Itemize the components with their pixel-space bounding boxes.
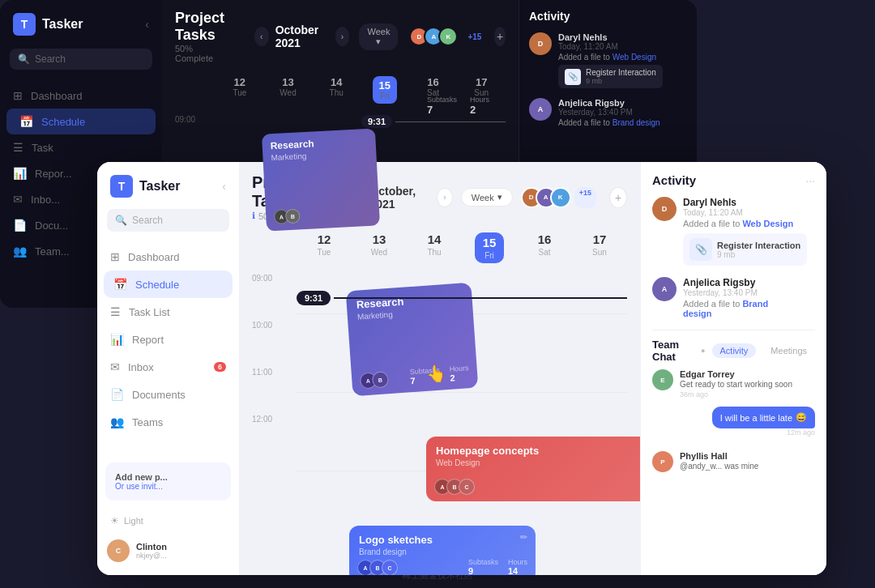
light-search-icon: 🔍 [115, 215, 127, 226]
dark-avatar-3: K [438, 27, 458, 46]
light-day-14: 14 Thu [407, 228, 462, 268]
light-invite-link[interactable]: Or use invit... [115, 482, 221, 491]
light-research-avatars: A B [360, 372, 385, 390]
light-week-selector[interactable]: Week ▾ [461, 188, 513, 207]
light-docs-label: Documents [132, 389, 186, 401]
light-dashboard-label: Dashboard [128, 251, 180, 263]
light-activity-text-1: Added a file to Web Design [683, 219, 807, 228]
dark-task-research[interactable]: Research Marketing A B [262, 128, 380, 231]
light-activity-content-2: Anjelica Rigsby Yesterday, 13:40 PM Adde… [683, 277, 768, 318]
light-add-text: Add new p... [115, 472, 221, 482]
dark-activity-text-1: Added a file to Web Design [558, 53, 663, 62]
dark-brand-icon: T [13, 13, 36, 36]
dark-schedule-label: Schedule [41, 116, 85, 128]
light-calendar: 12 Tue 13 Wed 14 Thu 15 Fri [252, 228, 627, 518]
light-search-bar[interactable]: 🔍 Search [107, 209, 229, 232]
light-task-homepage[interactable]: ✏ Homepage concepts Web Design A B C Sub… [426, 437, 640, 501]
dark-collapse-icon[interactable]: ‹ [145, 18, 149, 31]
light-day-name: Thu [410, 248, 459, 257]
light-add-member-btn[interactable]: + [609, 187, 627, 208]
light-chat-tab-meetings[interactable]: Meetings [762, 343, 815, 358]
light-search-placeholder: Search [132, 215, 163, 226]
light-homepage-avatars: A B C [434, 479, 471, 495]
light-activity-link-2[interactable]: Brand [742, 299, 768, 309]
light-day-num-today: 15 [483, 236, 497, 249]
light-sidebar-item-schedule[interactable]: 📅 Schedule [104, 271, 233, 298]
light-activity-text-2: Added a file to Branddesign [683, 299, 768, 318]
dark-docs-icon: 📄 [13, 219, 27, 232]
dark-day-num: 12 [219, 76, 261, 88]
dark-sidebar-item-schedule[interactable]: 📅 Schedule [6, 109, 156, 134]
light-activity-name-2: Anjelica Rigsby [683, 277, 768, 288]
dark-search-bar[interactable]: 🔍 Search [10, 49, 152, 70]
dark-file-info-1: Register Interaction 9 mb [586, 68, 656, 85]
light-sidebar-item-tasklist[interactable]: ☰ Task List [97, 298, 239, 326]
light-activity-link-1[interactable]: Web Design [742, 219, 793, 228]
dark-day-num: 13 [267, 76, 309, 88]
dark-file-icon-1: 📎 [565, 69, 581, 85]
light-activity-link-2b[interactable]: design [683, 309, 711, 318]
light-day-name: Sat [520, 248, 569, 257]
light-inbox-label: Inbox [128, 361, 154, 373]
dark-week-selector[interactable]: Week ▾ [359, 23, 398, 50]
dark-sidebar-item-dashboard[interactable]: ⊞ Dashboard [0, 83, 162, 109]
light-chat-tab-activity[interactable]: Activity [712, 343, 757, 358]
dark-page-subtitle: 50% Complete [175, 44, 228, 63]
light-sidebar-item-docs[interactable]: 📄 Documents [97, 381, 239, 408]
dark-activity-link-2: Brand design [612, 118, 660, 127]
light-theme-toggle[interactable]: ☀ Light [97, 509, 239, 533]
light-collapse-icon[interactable]: ‹ [222, 180, 226, 193]
dark-report-icon: 📊 [13, 167, 27, 180]
light-sidebar-item-report[interactable]: 📊 Report [97, 326, 239, 353]
light-logo-subtasks: Subtasks 9 [468, 558, 498, 575]
dark-brand: T Tasker ‹ [0, 13, 162, 49]
light-activity-time-1: Today, 11:20 AM [683, 208, 807, 217]
light-emoji: 😅 [796, 412, 807, 423]
light-activity-item-1: D Daryl Nehls Today, 11:20 AM Added a fi… [652, 197, 815, 266]
light-sidebar-item-inbox[interactable]: ✉ Inbox 6 [97, 353, 239, 381]
dark-dashboard-icon: ⊞ [13, 89, 23, 102]
light-teamchat-header: Team Chat ● Activity Meetings [652, 339, 815, 363]
light-activity-menu-icon[interactable]: ··· [805, 174, 815, 187]
light-homepage-title: Homepage concepts [436, 445, 640, 457]
dark-date-navigation: ‹ October 2021 › [254, 23, 350, 49]
light-logo-edit-icon: ✏ [520, 532, 527, 543]
dark-add-member-btn[interactable]: + [494, 27, 506, 46]
light-activity-avatar-1: D [652, 197, 677, 221]
light-my-chat-bubble: I will be a little late 😅 [712, 407, 815, 428]
light-next-btn[interactable]: › [437, 188, 453, 207]
light-user-profile[interactable]: C Clinton nkjey@... [97, 533, 239, 562]
dark-brand-name: Tasker [42, 17, 83, 32]
dark-day-name: Thu [315, 88, 357, 97]
dark-docs-label: Docu... [35, 219, 68, 232]
dark-hours-label: Hours [470, 96, 489, 104]
light-sidebar-item-teams[interactable]: 👥 Teams [97, 408, 239, 436]
light-research-hours: Hours 2 [449, 364, 469, 383]
light-activity-header: Activity ··· [652, 173, 815, 187]
dark-subtasks-value: 7 [427, 104, 457, 116]
dark-inbox-label: Inbo... [31, 194, 60, 206]
light-teamchat-dot: ● [701, 347, 705, 355]
light-edgar-avatar: E [652, 369, 673, 390]
dark-avatar-group: D A K [414, 27, 458, 46]
light-brand-icon: T [110, 175, 133, 198]
dark-search-placeholder: Search [35, 53, 66, 65]
dark-sidebar-item-task[interactable]: ☰ Task [0, 134, 162, 160]
light-dashboard-icon: ⊞ [110, 250, 120, 263]
light-day-num: 12 [300, 232, 348, 246]
dark-day-15: 15 Fri [361, 71, 409, 109]
dark-subtasks-label: Subtasks [427, 96, 457, 104]
light-task-logo[interactable]: ✏ Logo sketches Brand design A B C Subta… [349, 526, 536, 575]
dark-teams-icon: 👥 [13, 245, 27, 258]
light-phyllis-content: Phyllis Hall @andy_w... was mine [680, 451, 758, 471]
light-sidebar-item-dashboard[interactable]: ⊞ Dashboard [97, 243, 239, 271]
light-day-name: Tue [300, 248, 348, 257]
light-time-1100: 11:00 [252, 369, 297, 377]
dark-time-column: 09:00 [175, 115, 216, 124]
dark-next-btn[interactable]: › [335, 27, 350, 46]
light-day-name: Wed [355, 248, 403, 257]
dark-prev-btn[interactable]: ‹ [254, 27, 269, 46]
light-schedule-label: Schedule [135, 279, 179, 291]
light-my-message-text: I will be a little late [720, 413, 792, 423]
dark-day-14: 14 Thu [312, 71, 361, 109]
